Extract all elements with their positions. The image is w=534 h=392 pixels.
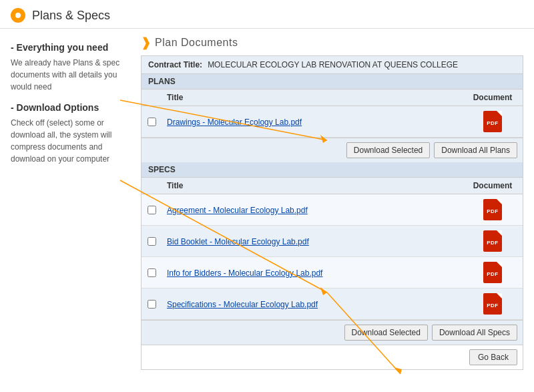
sidebar: - Everything you need We already have Pl…: [11, 35, 127, 370]
specs-row-1-pdf-icon[interactable]: PDF: [481, 230, 504, 252]
specs-row-2-title: Info for Bidders - Molecular Ecology Lab…: [162, 264, 463, 282]
sidebar-section2-text: Check off (select) some or download all,…: [11, 117, 127, 165]
page-title: Plans & Specs: [32, 9, 110, 23]
specs-row-0-link[interactable]: Agreement - Molecular Ecology Lab.pdf: [167, 206, 308, 215]
plans-row-0-checkbox[interactable]: [148, 118, 156, 126]
pdf-icon-label: PDF: [487, 120, 499, 126]
specs-download-row: Download Selected Download All Specs: [142, 320, 523, 345]
go-back-button[interactable]: Go Back: [469, 349, 517, 365]
specs-rows-container: Agreement - Molecular Ecology Lab.pdf PD…: [142, 194, 523, 320]
pdf-icon-body: PDF: [483, 111, 502, 132]
specs-row-3-checkbox[interactable]: [148, 300, 156, 309]
specs-label: SPECS: [142, 162, 523, 178]
contract-title-row: Contract Title: MOLECULAR ECOLOGY LAB RE…: [142, 56, 523, 74]
specs-row-0-pdf-icon[interactable]: PDF: [481, 198, 504, 221]
specs-row-0-checkbox-cell: [142, 202, 162, 218]
specs-row-3-document: PDF: [463, 288, 523, 319]
sidebar-section1-text: We already have Plans & spec documents w…: [11, 57, 127, 93]
specs-row-1-link[interactable]: Bid Booklet - Molecular Ecology Lab.pdf: [167, 237, 309, 246]
plans-specs-icon: [11, 8, 25, 23]
specs-row-1-title: Bid Booklet - Molecular Ecology Lab.pdf: [162, 232, 463, 250]
specs-row-1-checkbox-cell: [142, 233, 162, 250]
specs-row-1: Bid Booklet - Molecular Ecology Lab.pdf …: [142, 226, 523, 257]
specs-document-col: Document: [463, 178, 523, 194]
section-heading-text: Plan Documents: [155, 37, 238, 49]
specs-title-col: Title: [162, 178, 463, 194]
plans-row-0: Drawings - Molecular Ecology Lab.pdf PDF: [142, 106, 523, 138]
go-back-row: Go Back: [142, 345, 523, 369]
pdf-icon-body-3: PDF: [483, 293, 502, 315]
section-heading: ❱ Plan Documents: [141, 35, 523, 50]
specs-row-0: Agreement - Molecular Ecology Lab.pdf PD…: [142, 194, 523, 226]
main-layout: - Everything you need We already have Pl…: [0, 29, 534, 377]
sidebar-section1-title: - Everything you need: [11, 42, 127, 53]
pdf-icon-label-2: PDF: [487, 271, 499, 277]
plans-checkbox-col: [142, 89, 162, 106]
specs-row-1-checkbox[interactable]: [148, 237, 156, 246]
specs-download-all-button[interactable]: Download All Specs: [432, 325, 517, 341]
pdf-icon-body-2: PDF: [483, 262, 502, 283]
specs-row-2-checkbox[interactable]: [148, 268, 156, 277]
specs-col-headers: Title Document: [142, 178, 523, 194]
plans-download-selected-button[interactable]: Download Selected: [346, 142, 430, 158]
specs-row-2-document: PDF: [463, 257, 523, 288]
content-area: ❱ Plan Documents Contract Title: MOLECUL…: [141, 35, 523, 370]
contract-value: MOLECULAR ECOLOGY LAB RENOVATION AT QUEE…: [208, 60, 458, 69]
page-header: Plans & Specs: [0, 0, 534, 29]
plans-label: PLANS: [142, 74, 523, 89]
specs-row-2-pdf-icon[interactable]: PDF: [481, 261, 504, 284]
specs-download-selected-button[interactable]: Download Selected: [344, 325, 428, 341]
plans-document-col: Document: [463, 89, 523, 106]
specs-row-3: Specifications - Molecular Ecology Lab.p…: [142, 288, 523, 320]
specs-row-2-link[interactable]: Info for Bidders - Molecular Ecology Lab…: [167, 268, 322, 278]
specs-row-3-link[interactable]: Specifications - Molecular Ecology Lab.p…: [167, 300, 318, 309]
specs-row-0-checkbox[interactable]: [148, 206, 156, 214]
specs-row-3-title: Specifications - Molecular Ecology Lab.p…: [162, 295, 463, 313]
sidebar-section2-title: - Download Options: [11, 102, 127, 113]
pdf-icon-body-0: PDF: [483, 199, 502, 220]
plans-download-all-button[interactable]: Download All Plans: [434, 142, 517, 158]
specs-row-3-checkbox-cell: [142, 296, 162, 313]
plans-col-headers: Title Document: [142, 89, 523, 106]
chevron-right-icon: ❱: [141, 35, 151, 50]
plans-row-0-document: PDF: [463, 106, 523, 137]
plans-row-0-link[interactable]: Drawings - Molecular Ecology Lab.pdf: [167, 118, 302, 127]
pdf-icon-body-1: PDF: [483, 230, 502, 252]
specs-row-0-document: PDF: [463, 194, 523, 225]
plans-row-0-pdf-icon[interactable]: PDF: [481, 110, 504, 133]
specs-row-3-pdf-icon[interactable]: PDF: [481, 292, 504, 315]
plans-row-0-checkbox-cell: [142, 114, 162, 130]
plans-download-row: Download Selected Download All Plans: [142, 138, 523, 162]
specs-row-2-checkbox-cell: [142, 264, 162, 281]
plans-title-col: Title: [162, 89, 463, 106]
specs-row-0-title: Agreement - Molecular Ecology Lab.pdf: [162, 201, 463, 219]
pdf-icon-label-0: PDF: [487, 208, 499, 214]
pdf-icon-label-1: PDF: [487, 240, 499, 246]
contract-label: Contract Title:: [148, 60, 202, 69]
specs-row-2: Info for Bidders - Molecular Ecology Lab…: [142, 257, 523, 288]
specs-row-1-document: PDF: [463, 226, 523, 256]
specs-checkbox-col: [142, 178, 162, 194]
document-table: Contract Title: MOLECULAR ECOLOGY LAB RE…: [141, 55, 523, 370]
pdf-icon-label-3: PDF: [487, 303, 499, 309]
plans-row-0-title: Drawings - Molecular Ecology Lab.pdf: [162, 113, 463, 131]
